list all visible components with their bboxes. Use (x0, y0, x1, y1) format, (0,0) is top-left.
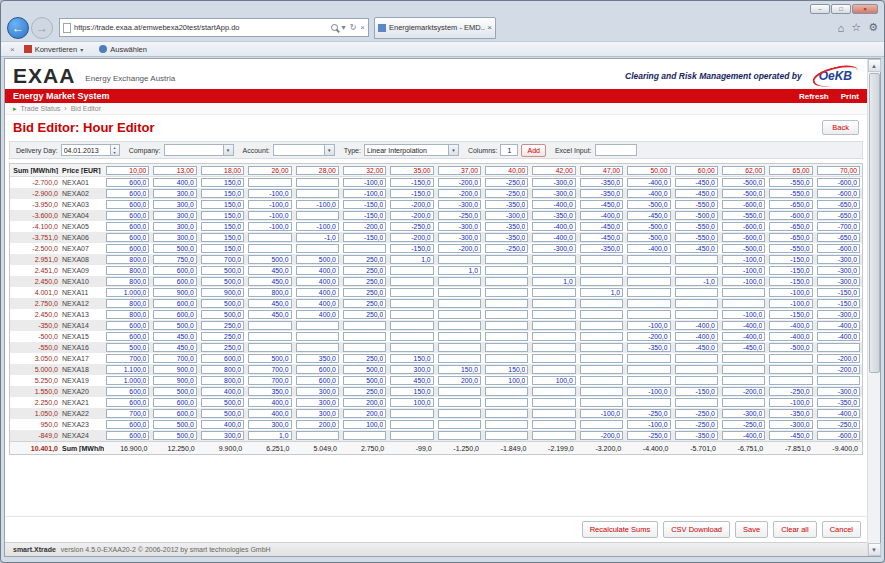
bid-cell-input[interactable] (580, 398, 623, 407)
bid-cell-input[interactable] (438, 244, 481, 253)
bid-cell-input[interactable] (153, 200, 196, 209)
bid-cell-input[interactable] (296, 420, 339, 429)
csv-download-button[interactable]: CSV Download (663, 521, 730, 538)
bid-cell-input[interactable] (343, 222, 386, 231)
bid-cell-input[interactable] (106, 211, 149, 220)
bid-cell-input[interactable] (485, 387, 528, 396)
scroll-up-icon[interactable]: ▲ (868, 59, 881, 72)
bid-cell-input[interactable] (248, 200, 291, 209)
bid-cell-input[interactable] (248, 310, 291, 319)
bid-cell-input[interactable] (675, 343, 718, 352)
price-input[interactable] (485, 166, 528, 175)
bid-cell-input[interactable] (627, 398, 670, 407)
bid-cell-input[interactable] (532, 266, 575, 275)
bid-cell-input[interactable] (532, 321, 575, 330)
bid-cell-input[interactable] (343, 343, 386, 352)
price-input[interactable] (296, 166, 339, 175)
bid-cell-input[interactable] (485, 354, 528, 363)
bid-cell-input[interactable] (817, 431, 860, 440)
bid-cell-input[interactable] (580, 200, 623, 209)
bid-cell-input[interactable] (627, 233, 670, 242)
bid-cell-input[interactable] (296, 409, 339, 418)
bid-cell-input[interactable] (532, 189, 575, 198)
date-spinner[interactable]: ▴▾ (111, 144, 120, 156)
bid-cell-input[interactable] (153, 431, 196, 440)
bid-cell-input[interactable] (817, 398, 860, 407)
bid-cell-input[interactable] (675, 200, 718, 209)
price-input[interactable] (817, 166, 860, 175)
bid-cell-input[interactable] (390, 310, 433, 319)
bid-cell-input[interactable] (201, 200, 244, 209)
price-input[interactable] (675, 166, 718, 175)
bid-cell-input[interactable] (438, 310, 481, 319)
bid-cell-input[interactable] (106, 178, 149, 187)
bid-cell-input[interactable] (532, 277, 575, 286)
bid-cell-input[interactable] (390, 431, 433, 440)
bid-cell-input[interactable] (343, 277, 386, 286)
bid-cell-input[interactable] (627, 266, 670, 275)
bid-cell-input[interactable] (248, 398, 291, 407)
bid-cell-input[interactable] (769, 310, 812, 319)
bid-cell-input[interactable] (817, 288, 860, 297)
bid-cell-input[interactable] (817, 178, 860, 187)
bid-cell-input[interactable] (343, 420, 386, 429)
bid-cell-input[interactable] (627, 376, 670, 385)
bid-cell-input[interactable] (201, 409, 244, 418)
bid-cell-input[interactable] (153, 398, 196, 407)
bid-cell-input[interactable] (627, 365, 670, 374)
bid-cell-input[interactable] (817, 420, 860, 429)
bid-cell-input[interactable] (296, 354, 339, 363)
scrollbar-thumb[interactable] (869, 73, 880, 373)
bid-cell-input[interactable] (532, 431, 575, 440)
bid-cell-input[interactable] (769, 321, 812, 330)
bid-cell-input[interactable] (722, 420, 765, 429)
bid-cell-input[interactable] (722, 376, 765, 385)
bid-cell-input[interactable] (580, 332, 623, 341)
bid-cell-input[interactable] (201, 365, 244, 374)
bid-cell-input[interactable] (343, 387, 386, 396)
bid-cell-input[interactable] (532, 354, 575, 363)
bid-cell-input[interactable] (769, 299, 812, 308)
bid-cell-input[interactable] (343, 244, 386, 253)
bid-cell-input[interactable] (248, 277, 291, 286)
bid-cell-input[interactable] (390, 288, 433, 297)
bid-cell-input[interactable] (817, 299, 860, 308)
bid-cell-input[interactable] (438, 332, 481, 341)
bid-cell-input[interactable] (343, 409, 386, 418)
bid-cell-input[interactable] (438, 420, 481, 429)
add-button[interactable]: Add (521, 144, 545, 157)
bid-cell-input[interactable] (201, 255, 244, 264)
bid-cell-input[interactable] (201, 233, 244, 242)
bid-cell-input[interactable] (153, 310, 196, 319)
bid-cell-input[interactable] (817, 200, 860, 209)
type-select[interactable]: Linear Interpolation▾ (364, 144, 459, 156)
breadcrumb-bid-editor[interactable]: Bid Editor (71, 105, 101, 112)
bid-cell-input[interactable] (675, 354, 718, 363)
bid-cell-input[interactable] (106, 233, 149, 242)
price-input[interactable] (580, 166, 623, 175)
breadcrumb-trade-status[interactable]: Trade Status (21, 105, 61, 112)
bid-cell-input[interactable] (153, 266, 196, 275)
bid-cell-input[interactable] (532, 222, 575, 231)
bid-cell-input[interactable] (343, 211, 386, 220)
bid-cell-input[interactable] (438, 365, 481, 374)
bid-cell-input[interactable] (722, 288, 765, 297)
bid-cell-input[interactable] (675, 288, 718, 297)
bid-cell-input[interactable] (675, 266, 718, 275)
bid-cell-input[interactable] (817, 244, 860, 253)
bid-cell-input[interactable] (532, 420, 575, 429)
bid-cell-input[interactable] (722, 365, 765, 374)
bid-cell-input[interactable] (296, 200, 339, 209)
bid-cell-input[interactable] (153, 244, 196, 253)
bid-cell-input[interactable] (817, 310, 860, 319)
bid-cell-input[interactable] (201, 354, 244, 363)
bid-cell-input[interactable] (390, 277, 433, 286)
bid-cell-input[interactable] (769, 189, 812, 198)
bid-cell-input[interactable] (296, 321, 339, 330)
bid-cell-input[interactable] (485, 277, 528, 286)
refresh-link[interactable]: Refresh (799, 92, 829, 101)
minimize-button[interactable]: – (810, 4, 830, 14)
bid-cell-input[interactable] (532, 178, 575, 187)
bid-cell-input[interactable] (722, 354, 765, 363)
bid-cell-input[interactable] (153, 332, 196, 341)
